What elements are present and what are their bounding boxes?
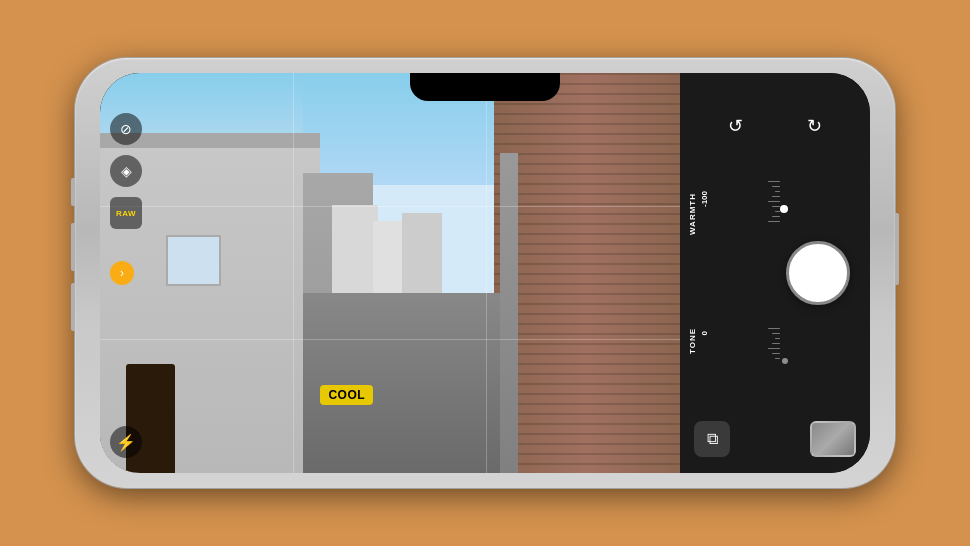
window [166,235,221,286]
tick [772,343,780,344]
tick [772,206,780,207]
raw-label: RAW [116,209,136,218]
camera-viewfinder[interactable]: COOL ⊘ ◈ RAW [100,73,680,473]
warmth-value: -100 [700,191,709,207]
tick [772,186,780,187]
alley-floor [303,293,506,473]
volume-up-button[interactable] [71,223,75,271]
photo-thumbnail[interactable] [810,421,856,457]
raw-button[interactable]: RAW [110,197,142,229]
tone-value: 0 [700,331,709,335]
phone-container: COOL ⊘ ◈ RAW [75,28,895,518]
phone-shell: COOL ⊘ ◈ RAW [75,58,895,488]
flash-icon: ⚡ [116,433,136,452]
chevron-right-icon: › [120,266,124,280]
layers-button[interactable]: ⧉ [694,421,730,457]
volume-down-button[interactable] [71,283,75,331]
tone-ticks [768,328,780,359]
bg-building-3 [402,213,443,293]
alley-wall-right [500,153,517,473]
tick [768,201,780,202]
door [126,364,174,473]
expand-button[interactable]: › [110,261,134,285]
tick [775,338,780,339]
tick [768,348,780,349]
warmth-ticks [768,181,780,222]
tick [768,328,780,329]
location-icon: ⊘ [120,121,132,137]
tick [775,358,780,359]
right-editing-panel: ↺ ↻ WARMTH -100 [680,73,870,473]
tick [772,196,780,197]
tick [772,216,780,217]
redo-icon: ↻ [807,115,822,137]
top-icons-row: ↺ ↻ [680,101,870,151]
location-button[interactable]: ⊘ [110,113,142,145]
filter-button[interactable]: ◈ [110,155,142,187]
tick [775,191,780,192]
phone-screen: COOL ⊘ ◈ RAW [100,73,870,473]
shutter-button[interactable] [786,241,850,305]
warmth-label: WARMTH [688,193,697,235]
mute-button[interactable] [71,178,75,206]
tick [772,333,780,334]
cool-badge: COOL [320,385,373,405]
layers-icon: ⧉ [707,430,718,448]
warmth-indicator [780,205,788,213]
tick [768,181,780,182]
notch [410,73,560,101]
tick [775,211,780,212]
bottom-row: ⧉ [680,413,870,465]
tone-indicator [782,358,788,364]
undo-icon: ↺ [728,115,743,137]
undo-button[interactable]: ↺ [719,109,753,143]
tone-label: TONE [688,328,697,354]
power-button[interactable] [895,213,899,285]
tick [772,353,780,354]
bg-building-1 [332,205,378,293]
screen-content: COOL ⊘ ◈ RAW [100,73,870,473]
tick [768,221,780,222]
redo-button[interactable]: ↻ [798,109,832,143]
camera-left-controls: ⊘ ◈ RAW [110,113,142,229]
building-right [494,73,680,473]
flash-button[interactable]: ⚡ [110,426,142,458]
filter-icon: ◈ [121,163,132,179]
